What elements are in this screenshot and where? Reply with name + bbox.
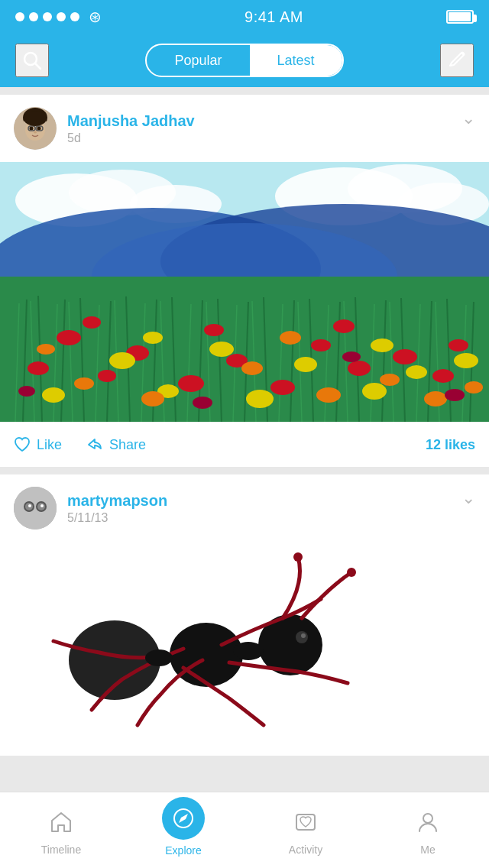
svg-point-78 bbox=[83, 316, 101, 329]
nav-activity[interactable]: Activity bbox=[244, 805, 367, 856]
signal-dot-4 bbox=[57, 12, 66, 21]
nav-explore[interactable]: Explore bbox=[122, 805, 244, 857]
post-meta-2: martymapson 5/11/13 bbox=[67, 492, 475, 525]
svg-point-117 bbox=[347, 568, 356, 577]
wifi-icon: ⊛ bbox=[89, 8, 102, 26]
svg-point-90 bbox=[454, 353, 478, 368]
svg-point-106 bbox=[14, 487, 57, 530]
post-header-1: Manjusha Jadhav 5d ⌄ bbox=[0, 95, 489, 162]
home-icon bbox=[44, 805, 78, 839]
svg-point-105 bbox=[445, 389, 465, 401]
svg-point-122 bbox=[145, 649, 173, 666]
svg-point-77 bbox=[432, 369, 454, 383]
svg-point-118 bbox=[293, 552, 303, 562]
post-time-1: 5d bbox=[67, 131, 475, 145]
like-button-1[interactable]: Like bbox=[14, 436, 62, 453]
post-image-1 bbox=[0, 162, 489, 422]
post-card-2: martymapson 5/11/13 ⌄ bbox=[0, 474, 489, 756]
nav-timeline[interactable]: Timeline bbox=[0, 805, 122, 856]
svg-point-82 bbox=[42, 387, 65, 403]
svg-point-101 bbox=[465, 381, 483, 394]
svg-point-71 bbox=[178, 375, 204, 392]
avatar-manjusha[interactable] bbox=[14, 107, 57, 150]
svg-point-115 bbox=[170, 623, 243, 687]
svg-point-97 bbox=[380, 374, 400, 386]
likes-count-1: 12 likes bbox=[426, 437, 475, 453]
post-username-2[interactable]: martymapson bbox=[67, 492, 475, 510]
svg-point-120 bbox=[301, 633, 306, 638]
content-area: Manjusha Jadhav 5d ⌄ bbox=[0, 87, 489, 855]
bottom-nav: Timeline Explore Activity Me bbox=[0, 792, 489, 868]
header: Popular Latest bbox=[0, 34, 489, 87]
battery-container bbox=[446, 10, 474, 24]
explore-circle bbox=[162, 797, 205, 840]
svg-point-95 bbox=[241, 361, 263, 375]
person-icon bbox=[411, 805, 445, 839]
post-card-1: Manjusha Jadhav 5d ⌄ bbox=[0, 95, 489, 467]
svg-point-94 bbox=[141, 391, 164, 406]
post-image-2 bbox=[0, 542, 489, 756]
svg-point-73 bbox=[270, 380, 295, 395]
status-bar: ⊛ 9:41 AM bbox=[0, 0, 489, 34]
activity-heart-icon bbox=[289, 805, 322, 839]
status-time: 9:41 AM bbox=[244, 8, 303, 26]
nav-me[interactable]: Me bbox=[367, 805, 489, 856]
svg-point-91 bbox=[143, 332, 163, 344]
post-header-2: martymapson 5/11/13 ⌄ bbox=[0, 474, 489, 542]
svg-point-112 bbox=[40, 504, 44, 507]
tab-toggle: Popular Latest bbox=[145, 44, 343, 77]
post-time-2: 5/11/13 bbox=[67, 511, 475, 525]
svg-point-80 bbox=[333, 319, 355, 333]
compose-button[interactable] bbox=[440, 44, 474, 77]
svg-point-96 bbox=[316, 387, 341, 403]
svg-point-68 bbox=[57, 330, 81, 345]
signal-dot-2 bbox=[29, 12, 38, 21]
svg-point-85 bbox=[209, 342, 234, 357]
share-icon bbox=[86, 436, 103, 453]
svg-point-7 bbox=[30, 127, 34, 131]
svg-point-88 bbox=[362, 383, 387, 400]
svg-marker-124 bbox=[179, 814, 188, 823]
svg-point-92 bbox=[371, 338, 393, 352]
svg-point-74 bbox=[311, 339, 331, 351]
svg-point-87 bbox=[294, 357, 317, 372]
tab-popular[interactable]: Popular bbox=[147, 45, 249, 76]
svg-point-13 bbox=[24, 111, 47, 126]
signal-dot-5 bbox=[70, 12, 79, 21]
svg-point-102 bbox=[18, 386, 35, 397]
chevron-down-icon-1[interactable]: ⌄ bbox=[461, 108, 475, 128]
signal-dot-1 bbox=[15, 12, 24, 21]
svg-point-67 bbox=[28, 361, 49, 375]
post-meta-1: Manjusha Jadhav 5d bbox=[67, 112, 475, 145]
svg-point-100 bbox=[280, 331, 301, 345]
chevron-down-icon-2[interactable]: ⌄ bbox=[461, 488, 475, 508]
share-button-1[interactable]: Share bbox=[86, 436, 146, 453]
signal-dot-3 bbox=[43, 12, 52, 21]
svg-point-76 bbox=[393, 349, 417, 364]
svg-point-81 bbox=[449, 339, 468, 351]
svg-rect-125 bbox=[296, 815, 315, 830]
svg-point-103 bbox=[193, 397, 212, 409]
post-actions-1: Like Share 12 likes bbox=[0, 422, 489, 467]
svg-point-83 bbox=[109, 352, 135, 369]
battery-icon bbox=[446, 10, 474, 24]
svg-point-75 bbox=[348, 361, 371, 376]
svg-point-98 bbox=[424, 391, 447, 406]
svg-point-99 bbox=[37, 344, 55, 355]
svg-point-79 bbox=[204, 324, 224, 336]
svg-point-121 bbox=[233, 642, 264, 660]
svg-point-89 bbox=[406, 365, 427, 379]
post-username-1[interactable]: Manjusha Jadhav bbox=[67, 112, 475, 130]
avatar-martymapson[interactable] bbox=[14, 487, 57, 530]
svg-point-86 bbox=[246, 390, 274, 408]
svg-point-104 bbox=[342, 351, 361, 362]
heart-icon bbox=[14, 436, 31, 453]
svg-point-12 bbox=[34, 131, 37, 134]
svg-point-126 bbox=[423, 814, 432, 823]
tab-latest[interactable]: Latest bbox=[250, 45, 342, 76]
svg-point-111 bbox=[28, 504, 31, 507]
svg-line-1 bbox=[35, 63, 40, 69]
search-button[interactable] bbox=[15, 44, 49, 77]
svg-point-69 bbox=[98, 370, 116, 382]
svg-point-93 bbox=[74, 377, 94, 390]
